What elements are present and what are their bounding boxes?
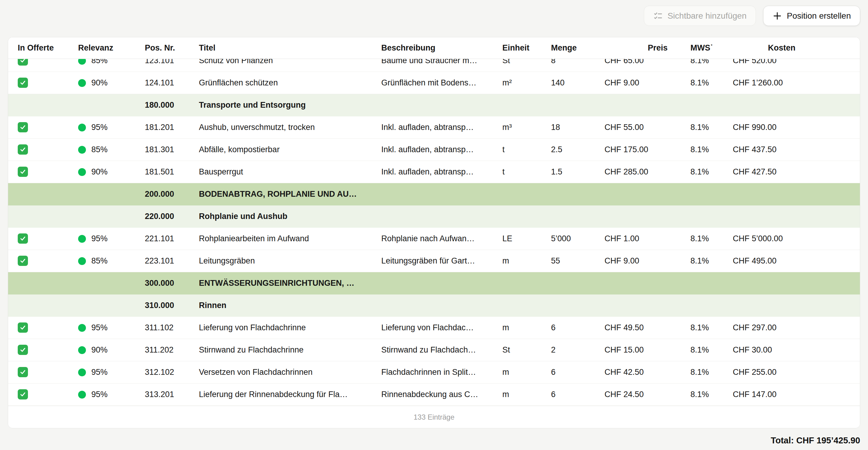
position-row[interactable]: 90%311.202Stirnwand zu FlachdachrinneSti… [8, 339, 860, 361]
menge-cell: 2.5 [546, 145, 598, 154]
sichtbare-hinzufuegen-button[interactable]: Sichtbare hinzufügen [644, 6, 756, 26]
positions-table: In Offerte Relevanz Pos. Nr. Titel Besch… [8, 37, 860, 428]
relevanz-dot [78, 257, 86, 265]
menge-cell: 55 [546, 256, 598, 265]
pos-nr-cell: 313.201 [137, 390, 193, 399]
in-offerte-checkbox[interactable] [18, 389, 28, 399]
position-row[interactable]: 95%311.102Lieferung von FlachdachrinneLi… [8, 317, 860, 339]
in-offerte-checkbox[interactable] [18, 233, 28, 244]
mwst-cell: 8.1% [682, 323, 727, 332]
total-amount: Total: CHF 195’425.90 [771, 435, 860, 445]
relevanz-dot [78, 235, 86, 243]
column-header-beschreibung[interactable]: Beschreibung [374, 43, 498, 53]
preis-cell: CHF 175.00 [598, 145, 682, 154]
in-offerte-checkbox[interactable] [18, 167, 28, 177]
mwst-cell: 8.1% [682, 234, 727, 243]
titel-cell: Stirnwand zu Flachdachrinne [193, 345, 374, 355]
in-offerte-checkbox[interactable] [18, 122, 28, 132]
position-row[interactable]: 95%313.201Lieferung der Rinnenabdeckung … [8, 384, 860, 406]
section-row[interactable]: 220.000Rohplanie und Aushub [8, 205, 860, 228]
relevanz-value: 95% [91, 368, 107, 377]
sichtbare-hinzufuegen-label: Sichtbare hinzufügen [668, 11, 747, 21]
relevanz-value: 90% [91, 78, 107, 87]
preis-cell: CHF 49.50 [598, 323, 682, 332]
relevanz-cell: 95% [75, 234, 137, 243]
mwst-cell: 8.1% [682, 256, 727, 265]
pos-nr-cell: 311.102 [137, 323, 193, 332]
mwst-cell: 8.1% [682, 167, 727, 176]
in-offerte-checkbox[interactable] [18, 367, 28, 377]
position-erstellen-button[interactable]: Position erstellen [763, 6, 860, 26]
beschreibung-cell: Rinnenabdeckung aus C… [374, 390, 498, 399]
titel-cell: Aushub, unverschmutzt, trocken [193, 123, 374, 132]
einheit-cell: m [498, 368, 546, 377]
column-header-relevanz[interactable]: Relevanz [75, 43, 137, 53]
menge-cell: 6 [546, 368, 598, 377]
column-header-einheit[interactable]: Einheit [498, 43, 546, 53]
relevanz-cell: 90% [75, 167, 137, 176]
relevanz-value: 90% [91, 345, 107, 355]
relevanz-cell: 90% [75, 78, 137, 87]
kosten-cell: CHF 437.50 [727, 145, 860, 154]
in-offerte-checkbox[interactable] [18, 144, 28, 154]
column-header-mwst[interactable]: MWS˙ [682, 43, 727, 53]
in-offerte-cell [8, 144, 75, 155]
beschreibung-cell: Rohplanie nach Aufwan… [374, 234, 498, 243]
position-row[interactable]: 95%181.201Aushub, unverschmutzt, trocken… [8, 116, 860, 139]
einheit-cell: t [498, 167, 546, 176]
preis-cell: CHF 285.00 [598, 167, 682, 176]
mwst-cell: 8.1% [682, 368, 727, 377]
preis-cell: CHF 9.00 [598, 78, 682, 87]
position-row[interactable]: 90%124.101Grünflächen schützenGrünfläche… [8, 72, 860, 94]
relevanz-dot [78, 391, 86, 399]
in-offerte-cell [8, 122, 75, 133]
relevanz-cell: 95% [75, 323, 137, 332]
total-bar: Total: CHF 195’425.90 [0, 428, 868, 446]
titel-cell: Grünflächen schützen [193, 78, 374, 87]
preis-cell: CHF 1.00 [598, 234, 682, 243]
section-pos-nr: 200.000 [137, 190, 193, 199]
relevanz-cell: 95% [75, 368, 137, 377]
beschreibung-cell: Grünflächen mit Bodens… [374, 78, 498, 87]
pos-nr-cell: 181.301 [137, 145, 193, 154]
in-offerte-checkbox[interactable] [18, 256, 28, 266]
relevanz-value: 85% [91, 145, 107, 154]
column-header-in-offerte[interactable]: In Offerte [8, 43, 75, 53]
section-title: ENTWÄSSERUNGSEINRICHTUNGEN, … [193, 279, 860, 288]
in-offerte-checkbox[interactable] [18, 322, 28, 333]
menge-cell: 5’000 [546, 234, 598, 243]
in-offerte-checkbox[interactable] [18, 345, 28, 355]
in-offerte-cell [8, 167, 75, 177]
checklist-icon [653, 11, 663, 21]
relevanz-dot [78, 324, 86, 332]
einheit-cell: St [498, 345, 546, 355]
preis-cell: CHF 24.50 [598, 390, 682, 399]
section-row[interactable]: 200.000BODENABTRAG, ROHPLANIE UND AU… [8, 183, 860, 205]
section-row[interactable]: 180.000Transporte und Entsorgung [8, 94, 860, 116]
pos-nr-cell: 223.101 [137, 256, 193, 265]
section-row[interactable]: 300.000ENTWÄSSERUNGSEINRICHTUNGEN, … [8, 272, 860, 294]
column-header-menge[interactable]: Menge [546, 43, 598, 53]
position-row[interactable]: 95%221.101Rohplaniearbeiten im AufwandRo… [8, 228, 860, 250]
in-offerte-checkbox[interactable] [18, 78, 28, 88]
position-row[interactable]: 90%181.501BausperrgutInkl. aufladen, abt… [8, 161, 860, 183]
column-header-titel[interactable]: Titel [193, 43, 374, 53]
beschreibung-cell: Leitungsgräben für Gart… [374, 256, 498, 265]
pos-nr-cell: 181.201 [137, 123, 193, 132]
kosten-cell: CHF 990.00 [727, 123, 860, 132]
kosten-cell: CHF 30.00 [727, 345, 860, 355]
beschreibung-cell: Stirnwand zu Flachdach… [374, 345, 498, 355]
position-row[interactable]: 95%312.102Versetzen von FlachdachrinnenF… [8, 361, 860, 384]
position-row[interactable]: 85%181.301Abfälle, kompostierbarInkl. au… [8, 139, 860, 161]
beschreibung-cell: Inkl. aufladen, abtransp… [374, 123, 498, 132]
table-header: In Offerte Relevanz Pos. Nr. Titel Besch… [8, 37, 860, 59]
mwst-cell: 8.1% [682, 390, 727, 399]
position-row[interactable]: 85%223.101LeitungsgräbenLeitungsgräben f… [8, 250, 860, 272]
section-row[interactable]: 310.000Rinnen [8, 294, 860, 317]
einheit-cell: m³ [498, 123, 546, 132]
column-header-pos-nr[interactable]: Pos. Nr. [137, 43, 193, 53]
column-header-preis[interactable]: Preis [598, 43, 682, 53]
titel-cell: Abfälle, kompostierbar [193, 145, 374, 154]
table-footer: 133 Einträge [8, 406, 860, 428]
column-header-kosten[interactable]: Kosten [727, 43, 860, 53]
